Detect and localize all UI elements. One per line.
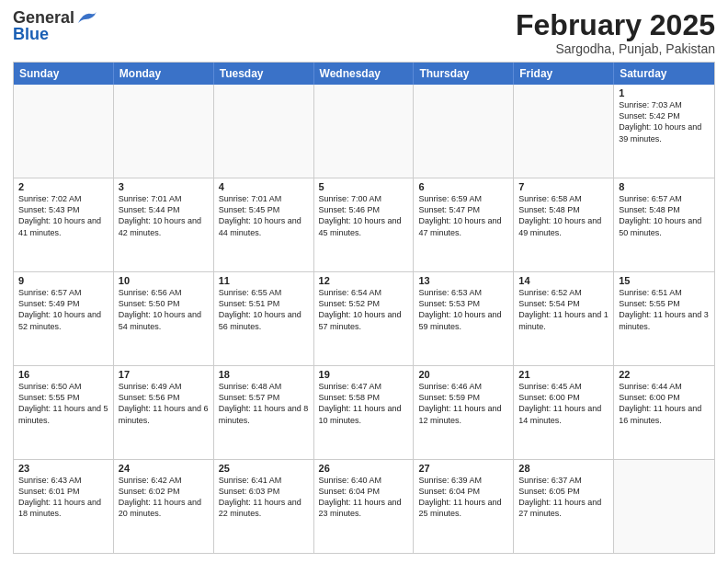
cell-text: Sunrise: 6:43 AM Sunset: 6:01 PM Dayligh…: [18, 475, 108, 520]
day-number: 11: [219, 275, 309, 286]
day-number: 26: [319, 463, 409, 474]
cal-cell-4-1: 24Sunrise: 6:42 AM Sunset: 6:02 PM Dayli…: [114, 460, 214, 553]
cell-text: Sunrise: 6:56 AM Sunset: 5:50 PM Dayligh…: [119, 287, 209, 332]
cal-header-sunday: Sunday: [14, 63, 114, 85]
location: Sargodha, Punjab, Pakistan: [516, 41, 715, 56]
logo: General Blue: [13, 9, 97, 42]
cal-cell-0-2: [214, 85, 314, 178]
logo-bird-icon: [76, 10, 97, 25]
cell-text: Sunrise: 6:51 AM Sunset: 5:55 PM Dayligh…: [619, 287, 710, 332]
cal-cell-4-6: [614, 460, 714, 553]
cal-cell-0-4: [414, 85, 514, 178]
cal-row-3: 16Sunrise: 6:50 AM Sunset: 5:55 PM Dayli…: [14, 365, 714, 459]
cell-text: Sunrise: 6:50 AM Sunset: 5:55 PM Dayligh…: [18, 381, 108, 426]
cal-cell-0-0: [14, 85, 114, 178]
header: General Blue February 2025 Sargodha, Pun…: [13, 9, 715, 56]
cell-text: Sunrise: 6:46 AM Sunset: 5:59 PM Dayligh…: [418, 381, 508, 426]
cell-text: Sunrise: 7:01 AM Sunset: 5:44 PM Dayligh…: [119, 193, 209, 238]
day-number: 21: [518, 369, 609, 380]
cal-cell-4-5: 28Sunrise: 6:37 AM Sunset: 6:05 PM Dayli…: [514, 460, 614, 553]
month-title: February 2025: [516, 9, 715, 41]
cell-text: Sunrise: 6:57 AM Sunset: 5:49 PM Dayligh…: [18, 287, 108, 332]
cal-cell-1-3: 5Sunrise: 7:00 AM Sunset: 5:46 PM Daylig…: [314, 178, 415, 271]
cell-text: Sunrise: 6:59 AM Sunset: 5:47 PM Dayligh…: [418, 193, 508, 238]
cal-cell-2-0: 9Sunrise: 6:57 AM Sunset: 5:49 PM Daylig…: [14, 272, 114, 365]
day-number: 28: [518, 463, 609, 474]
cal-cell-3-0: 16Sunrise: 6:50 AM Sunset: 5:55 PM Dayli…: [14, 366, 114, 459]
cal-header-monday: Monday: [114, 63, 214, 85]
day-number: 25: [219, 463, 309, 474]
cal-header-wednesday: Wednesday: [314, 63, 415, 85]
cell-text: Sunrise: 7:02 AM Sunset: 5:43 PM Dayligh…: [18, 193, 108, 238]
cell-text: Sunrise: 6:37 AM Sunset: 6:05 PM Dayligh…: [518, 475, 609, 520]
cal-cell-2-5: 14Sunrise: 6:52 AM Sunset: 5:54 PM Dayli…: [514, 272, 614, 365]
calendar-header: SundayMondayTuesdayWednesdayThursdayFrid…: [14, 63, 714, 85]
day-number: 8: [619, 181, 710, 192]
cal-cell-3-5: 21Sunrise: 6:45 AM Sunset: 6:00 PM Dayli…: [514, 366, 614, 459]
day-number: 3: [119, 181, 209, 192]
day-number: 5: [319, 181, 409, 192]
cal-row-1: 2Sunrise: 7:02 AM Sunset: 5:43 PM Daylig…: [14, 178, 714, 271]
cal-cell-2-2: 11Sunrise: 6:55 AM Sunset: 5:51 PM Dayli…: [214, 272, 314, 365]
page: General Blue February 2025 Sargodha, Pun…: [0, 0, 728, 563]
cal-cell-1-5: 7Sunrise: 6:58 AM Sunset: 5:48 PM Daylig…: [514, 178, 614, 271]
day-number: 7: [518, 181, 609, 192]
day-number: 10: [119, 275, 209, 286]
cell-text: Sunrise: 6:42 AM Sunset: 6:02 PM Dayligh…: [119, 475, 209, 520]
cell-text: Sunrise: 6:44 AM Sunset: 6:00 PM Dayligh…: [619, 381, 710, 426]
logo-general: General: [13, 9, 74, 26]
day-number: 13: [418, 275, 508, 286]
day-number: 23: [18, 463, 108, 474]
cell-text: Sunrise: 6:54 AM Sunset: 5:52 PM Dayligh…: [319, 287, 409, 332]
cal-cell-1-4: 6Sunrise: 6:59 AM Sunset: 5:47 PM Daylig…: [414, 178, 514, 271]
cell-text: Sunrise: 6:45 AM Sunset: 6:00 PM Dayligh…: [518, 381, 609, 426]
cal-row-2: 9Sunrise: 6:57 AM Sunset: 5:49 PM Daylig…: [14, 271, 714, 365]
day-number: 19: [319, 369, 409, 380]
day-number: 9: [18, 275, 108, 286]
day-number: 27: [418, 463, 508, 474]
cell-text: Sunrise: 6:55 AM Sunset: 5:51 PM Dayligh…: [219, 287, 309, 332]
day-number: 12: [319, 275, 409, 286]
cal-cell-3-4: 20Sunrise: 6:46 AM Sunset: 5:59 PM Dayli…: [414, 366, 514, 459]
day-number: 20: [418, 369, 508, 380]
cal-header-friday: Friday: [514, 63, 614, 85]
cal-cell-4-0: 23Sunrise: 6:43 AM Sunset: 6:01 PM Dayli…: [14, 460, 114, 553]
cal-row-0: 1Sunrise: 7:03 AM Sunset: 5:42 PM Daylig…: [14, 85, 714, 178]
cell-text: Sunrise: 6:49 AM Sunset: 5:56 PM Dayligh…: [119, 381, 209, 426]
cell-text: Sunrise: 6:41 AM Sunset: 6:03 PM Dayligh…: [219, 475, 309, 520]
header-right: February 2025 Sargodha, Punjab, Pakistan: [516, 9, 715, 56]
cal-cell-3-6: 22Sunrise: 6:44 AM Sunset: 6:00 PM Dayli…: [614, 366, 714, 459]
cell-text: Sunrise: 6:58 AM Sunset: 5:48 PM Dayligh…: [518, 193, 609, 238]
cal-header-thursday: Thursday: [414, 63, 514, 85]
cal-cell-2-1: 10Sunrise: 6:56 AM Sunset: 5:50 PM Dayli…: [114, 272, 214, 365]
cal-cell-2-6: 15Sunrise: 6:51 AM Sunset: 5:55 PM Dayli…: [614, 272, 714, 365]
day-number: 14: [518, 275, 609, 286]
day-number: 1: [619, 87, 710, 98]
day-number: 22: [619, 369, 710, 380]
cal-cell-4-2: 25Sunrise: 6:41 AM Sunset: 6:03 PM Dayli…: [214, 460, 314, 553]
cell-text: Sunrise: 6:53 AM Sunset: 5:53 PM Dayligh…: [418, 287, 508, 332]
cell-text: Sunrise: 6:57 AM Sunset: 5:48 PM Dayligh…: [619, 193, 710, 238]
cal-cell-4-4: 27Sunrise: 6:39 AM Sunset: 6:04 PM Dayli…: [414, 460, 514, 553]
cell-text: Sunrise: 7:01 AM Sunset: 5:45 PM Dayligh…: [219, 193, 309, 238]
day-number: 15: [619, 275, 710, 286]
cal-cell-0-3: [314, 85, 415, 178]
cell-text: Sunrise: 7:00 AM Sunset: 5:46 PM Dayligh…: [319, 193, 409, 238]
cell-text: Sunrise: 6:48 AM Sunset: 5:57 PM Dayligh…: [219, 381, 309, 426]
calendar-body: 1Sunrise: 7:03 AM Sunset: 5:42 PM Daylig…: [14, 85, 714, 553]
day-number: 24: [119, 463, 209, 474]
cell-text: Sunrise: 6:47 AM Sunset: 5:58 PM Dayligh…: [319, 381, 409, 426]
cell-text: Sunrise: 6:39 AM Sunset: 6:04 PM Dayligh…: [418, 475, 508, 520]
cal-cell-3-3: 19Sunrise: 6:47 AM Sunset: 5:58 PM Dayli…: [314, 366, 415, 459]
day-number: 16: [18, 369, 108, 380]
cal-cell-2-4: 13Sunrise: 6:53 AM Sunset: 5:53 PM Dayli…: [414, 272, 514, 365]
cal-header-saturday: Saturday: [614, 63, 714, 85]
cal-cell-0-5: [514, 85, 614, 178]
cal-cell-3-1: 17Sunrise: 6:49 AM Sunset: 5:56 PM Dayli…: [114, 366, 214, 459]
cal-cell-4-3: 26Sunrise: 6:40 AM Sunset: 6:04 PM Dayli…: [314, 460, 415, 553]
day-number: 17: [119, 369, 209, 380]
cal-row-4: 23Sunrise: 6:43 AM Sunset: 6:01 PM Dayli…: [14, 459, 714, 553]
day-number: 4: [219, 181, 309, 192]
logo-blue: Blue: [13, 26, 49, 42]
cal-cell-1-6: 8Sunrise: 6:57 AM Sunset: 5:48 PM Daylig…: [614, 178, 714, 271]
